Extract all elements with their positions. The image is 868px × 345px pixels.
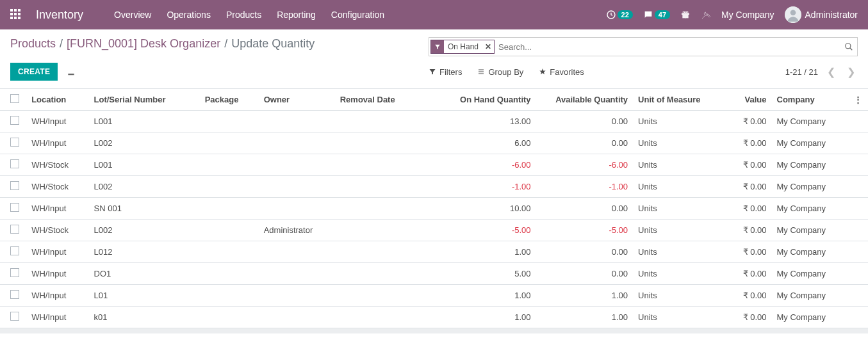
cell-package — [200, 307, 259, 328]
menu-overview[interactable]: Overview — [114, 10, 151, 20]
clock-icon — [606, 10, 616, 20]
row-checkbox[interactable] — [10, 203, 19, 212]
cell-available: -6.00 — [536, 154, 634, 176]
svg-point-7 — [790, 10, 796, 15]
table-row[interactable]: WH/InputL0121.000.00Units₹ 0.00My Compan… — [0, 241, 868, 263]
row-checkbox[interactable] — [10, 138, 19, 147]
col-location[interactable]: Location — [26, 89, 88, 111]
row-checkbox[interactable] — [10, 116, 19, 125]
col-package[interactable]: Package — [200, 89, 259, 111]
menu-reporting[interactable]: Reporting — [277, 10, 316, 20]
breadcrumb: Products / [FURN_0001] Desk Organizer / … — [10, 37, 315, 51]
cell-package — [200, 220, 259, 241]
cell-value: ₹ 0.00 — [723, 111, 772, 132]
table-row[interactable]: WH/InputL0026.000.00Units₹ 0.00My Compan… — [0, 132, 868, 154]
col-onhand[interactable]: On Hand Quantity — [432, 89, 536, 111]
cell-onhand: 13.00 — [432, 111, 536, 132]
table-row[interactable]: WH/StockL002-1.00-1.00Units₹ 0.00My Comp… — [0, 176, 868, 198]
facet-label: On Hand — [444, 42, 482, 51]
pager-prev[interactable]: ❮ — [824, 66, 838, 78]
favorites-button[interactable]: Favorites — [539, 66, 584, 78]
tools-icon[interactable] — [701, 10, 711, 20]
cell-package — [200, 154, 259, 176]
menu-operations[interactable]: Operations — [167, 10, 210, 20]
col-owner[interactable]: Owner — [259, 89, 335, 111]
col-lot[interactable]: Lot/Serial Number — [89, 89, 200, 111]
cell-uom: Units — [633, 198, 723, 220]
col-available[interactable]: Available Quantity — [536, 89, 634, 111]
cell-company: My Company — [772, 285, 848, 307]
user-menu[interactable]: Administrator — [785, 6, 858, 23]
cell-company: My Company — [772, 307, 848, 328]
groupby-label: Group By — [488, 67, 523, 77]
table-row[interactable]: WH/InputDO011.000.00Units₹ 0.00My Compan… — [0, 328, 868, 334]
cell-available: -5.00 — [536, 220, 634, 241]
cell-location: WH/Input — [26, 132, 88, 154]
cell-uom: Units — [633, 154, 723, 176]
gift-icon[interactable] — [680, 10, 691, 20]
menu-configuration[interactable]: Configuration — [331, 10, 384, 20]
table-row[interactable]: WH/InputL011.001.00Units₹ 0.00My Company — [0, 285, 868, 307]
create-button[interactable]: CREATE — [10, 63, 58, 81]
row-checkbox[interactable] — [10, 268, 19, 277]
cell-removal — [335, 241, 432, 263]
pager-next[interactable]: ❯ — [844, 66, 858, 78]
row-checkbox[interactable] — [10, 290, 19, 299]
top-navbar: Inventory Overview Operations Products R… — [0, 0, 868, 29]
import-icon[interactable] — [67, 67, 76, 76]
company-switcher[interactable]: My Company — [721, 10, 774, 20]
cell-lot: DO1 — [89, 263, 200, 285]
filters-button[interactable]: Filters — [429, 66, 462, 78]
groupby-button[interactable]: Group By — [477, 66, 523, 78]
table-row[interactable]: WH/InputL00113.000.00Units₹ 0.00My Compa… — [0, 111, 868, 132]
cell-onhand: 1.00 — [432, 307, 536, 328]
cell-uom: Units — [633, 328, 723, 334]
row-checkbox[interactable] — [10, 225, 19, 234]
cell-value: ₹ 0.00 — [723, 198, 772, 220]
menu-products[interactable]: Products — [226, 10, 261, 20]
table-row[interactable]: WH/StockL001-6.00-6.00Units₹ 0.00My Comp… — [0, 154, 868, 176]
cell-lot: SN 001 — [89, 198, 200, 220]
row-checkbox[interactable] — [10, 181, 19, 190]
row-checkbox[interactable] — [10, 246, 19, 255]
cell-lot: L01 — [89, 285, 200, 307]
breadcrumb-sep: / — [224, 37, 227, 51]
cell-package — [200, 241, 259, 263]
col-value[interactable]: Value — [723, 89, 772, 111]
cell-onhand: 10.00 — [432, 198, 536, 220]
search-input[interactable] — [495, 40, 844, 54]
search-icon[interactable] — [844, 42, 853, 51]
col-company[interactable]: Company — [772, 89, 848, 111]
cell-value: ₹ 0.00 — [723, 307, 772, 328]
svg-point-5 — [686, 12, 688, 13]
breadcrumb-product[interactable]: [FURN_0001] Desk Organizer — [67, 37, 220, 51]
col-uom[interactable]: Unit of Measure — [633, 89, 723, 111]
table-row[interactable]: WH/InputSN 00110.000.00Units₹ 0.00My Com… — [0, 198, 868, 220]
pager-text[interactable]: 1-21 / 21 — [785, 67, 818, 77]
col-options[interactable]: ⋮ — [848, 89, 868, 111]
apps-icon[interactable] — [10, 9, 22, 20]
row-checkbox[interactable] — [10, 312, 19, 321]
control-row: Products / [FURN_0001] Desk Organizer / … — [0, 29, 868, 56]
table-wrap: Location Lot/Serial Number Package Owner… — [0, 88, 868, 333]
table-row[interactable]: WH/StockL002Administrator-5.00-5.00Units… — [0, 220, 868, 241]
activity-indicator[interactable]: 22 — [606, 10, 633, 20]
facet-remove[interactable]: ✕ — [482, 42, 494, 51]
cell-removal — [335, 154, 432, 176]
cell-company: My Company — [772, 154, 848, 176]
cell-available: 0.00 — [536, 328, 634, 334]
app-brand[interactable]: Inventory — [36, 8, 83, 22]
cell-value: ₹ 0.00 — [723, 154, 772, 176]
breadcrumb-root[interactable]: Products — [10, 37, 56, 51]
cell-lot: L001 — [89, 111, 200, 132]
search-box[interactable]: On Hand ✕ — [429, 37, 858, 56]
cell-removal — [335, 198, 432, 220]
col-removal[interactable]: Removal Date — [335, 89, 432, 111]
row-checkbox[interactable] — [10, 159, 19, 168]
cell-owner — [259, 285, 335, 307]
messaging-indicator[interactable]: 47 — [643, 10, 670, 20]
table-row[interactable]: WH/InputDO15.000.00Units₹ 0.00My Company — [0, 263, 868, 285]
table-row[interactable]: WH/Inputk011.001.00Units₹ 0.00My Company — [0, 307, 868, 328]
select-all-checkbox[interactable] — [10, 94, 19, 103]
filters-label: Filters — [439, 67, 462, 77]
